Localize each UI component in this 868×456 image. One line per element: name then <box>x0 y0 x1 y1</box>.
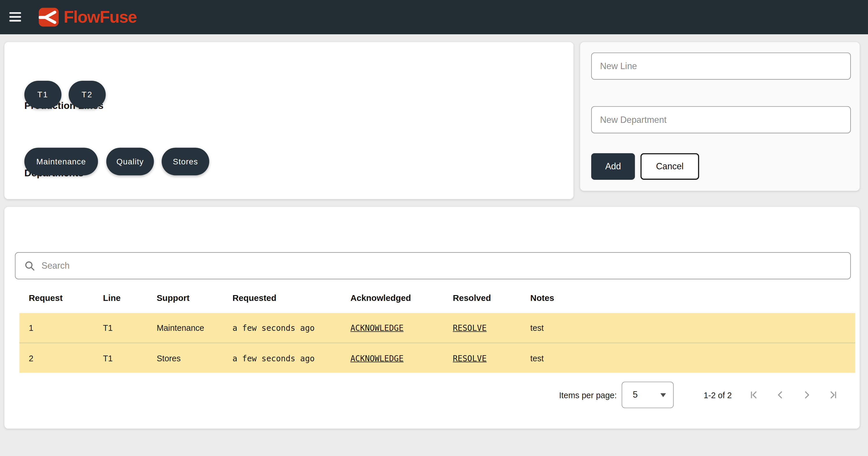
chevron-down-icon <box>660 393 666 397</box>
requests-table-card: Request Line Support Requested Acknowled… <box>4 207 860 429</box>
table-row: 2 T1 Stores a few seconds ago ACKNOWLEDG… <box>20 344 855 373</box>
cell-support: Maintenance <box>157 313 204 343</box>
page-range-label: 1-2 of 2 <box>704 390 732 399</box>
table-header-row: Request Line Support Requested Acknowled… <box>20 283 855 313</box>
first-page-button[interactable] <box>748 388 761 402</box>
add-button[interactable]: Add <box>591 153 635 180</box>
column-header-resolved: Resolved <box>453 283 491 313</box>
column-header-requested: Requested <box>232 283 276 313</box>
column-header-acknowledged: Acknowledged <box>350 283 411 313</box>
dashboard-page: FlowFuse Production Lines T1 T2 Departme… <box>0 0 868 456</box>
cell-support: Stores <box>157 344 181 373</box>
resolve-link[interactable]: RESOLVE <box>453 323 487 332</box>
chevron-right-icon <box>801 389 813 401</box>
filters-card: Production Lines T1 T2 Departments Maint… <box>4 42 574 199</box>
column-header-support: Support <box>157 283 189 313</box>
column-header-request: Request <box>29 283 62 313</box>
new-department-input[interactable] <box>591 106 851 133</box>
department-chip-stores[interactable]: Stores <box>162 148 209 175</box>
chevron-left-icon <box>774 389 786 401</box>
top-navbar: FlowFuse <box>0 0 868 34</box>
pagination-bar: Items per page: 5 1-2 of 2 <box>559 382 839 408</box>
column-header-notes: Notes <box>530 283 554 313</box>
add-form-card: Add Cancel <box>580 42 860 191</box>
cell-line: T1 <box>103 313 113 343</box>
acknowledge-link[interactable]: ACKNOWLEDGE <box>350 323 403 332</box>
next-page-button[interactable] <box>800 388 813 402</box>
brand-logo: FlowFuse <box>39 0 136 34</box>
cell-request: 1 <box>29 313 33 343</box>
table-row: 1 T1 Maintenance a few seconds ago ACKNO… <box>20 313 855 344</box>
page-size-select[interactable]: 5 <box>622 382 674 408</box>
brand-name: FlowFuse <box>64 8 136 27</box>
last-page-button[interactable] <box>826 388 839 402</box>
line-chip-t1[interactable]: T1 <box>24 81 62 108</box>
new-line-input[interactable] <box>591 53 851 79</box>
search-input[interactable] <box>40 260 850 271</box>
cell-line: T1 <box>103 344 113 373</box>
column-header-line: Line <box>103 283 121 313</box>
flowfuse-logo-icon <box>39 8 59 27</box>
page-size-value: 5 <box>633 390 638 400</box>
department-chip-quality[interactable]: Quality <box>106 148 154 175</box>
cancel-button[interactable]: Cancel <box>641 153 699 180</box>
cell-requested: a few seconds ago <box>232 344 315 373</box>
resolve-link[interactable]: RESOLVE <box>453 354 487 362</box>
items-per-page-label: Items per page: <box>559 390 617 399</box>
pager-buttons <box>748 388 839 402</box>
last-page-icon <box>827 389 839 401</box>
search-icon <box>24 260 35 271</box>
cell-notes: test <box>530 313 544 343</box>
first-page-icon <box>748 389 761 401</box>
cell-notes: test <box>530 344 544 373</box>
previous-page-button[interactable] <box>774 388 787 402</box>
menu-icon[interactable] <box>9 12 21 22</box>
cell-request: 2 <box>29 344 33 373</box>
department-chip-maintenance[interactable]: Maintenance <box>24 148 98 175</box>
cell-requested: a few seconds ago <box>232 313 315 343</box>
search-box <box>15 252 850 279</box>
line-chip-t2[interactable]: T2 <box>69 81 106 108</box>
acknowledge-link[interactable]: ACKNOWLEDGE <box>350 354 403 362</box>
